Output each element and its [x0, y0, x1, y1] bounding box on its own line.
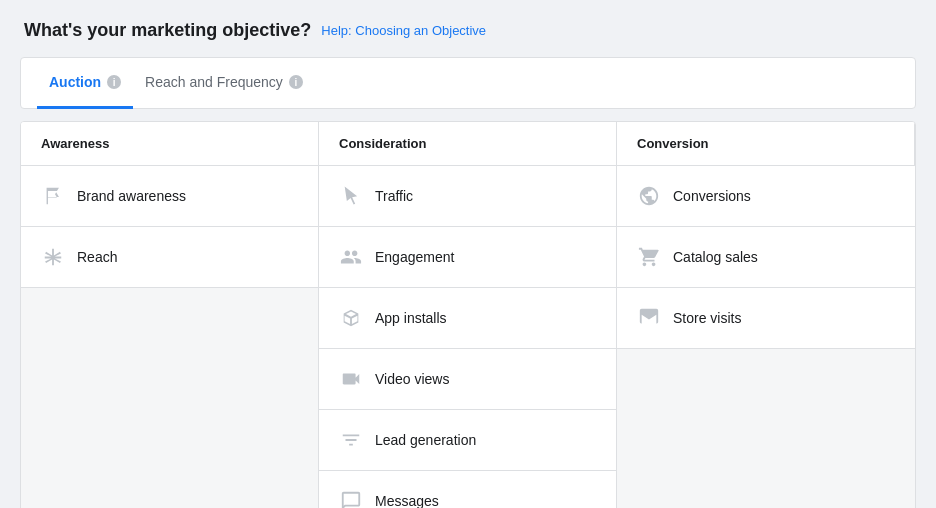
app-installs-label: App installs	[375, 310, 447, 326]
conversions-label: Conversions	[673, 188, 751, 204]
chat-icon	[339, 489, 363, 508]
reach-item[interactable]: Reach	[21, 227, 318, 288]
objectives-grid: Awareness Consideration Conversion Brand…	[21, 122, 915, 508]
store-icon	[637, 306, 661, 330]
tab-reach-frequency-info: i	[289, 75, 303, 89]
video-views-label: Video views	[375, 371, 449, 387]
awareness-header: Awareness	[21, 122, 319, 166]
engagement-item[interactable]: Engagement	[319, 227, 616, 288]
brand-awareness-item[interactable]: Brand awareness	[21, 166, 318, 227]
box-icon	[339, 306, 363, 330]
video-views-item[interactable]: Video views	[319, 349, 616, 410]
cursor-icon	[339, 184, 363, 208]
flag-icon	[41, 184, 65, 208]
main-container: What's your marketing objective? Help: C…	[20, 20, 916, 508]
app-installs-item[interactable]: App installs	[319, 288, 616, 349]
conversion-empty	[617, 349, 915, 508]
page-title: What's your marketing objective?	[24, 20, 311, 41]
brand-awareness-label: Brand awareness	[77, 188, 186, 204]
awareness-empty	[21, 288, 318, 508]
engagement-label: Engagement	[375, 249, 454, 265]
page-title-row: What's your marketing objective? Help: C…	[20, 20, 916, 41]
tab-auction-label: Auction	[49, 74, 101, 90]
asterisk-icon	[41, 245, 65, 269]
objectives-card: Awareness Consideration Conversion Brand…	[20, 121, 916, 508]
catalog-sales-item[interactable]: Catalog sales	[617, 227, 915, 288]
tab-auction[interactable]: Auction i	[37, 58, 133, 109]
store-visits-item[interactable]: Store visits	[617, 288, 915, 349]
filter-icon	[339, 428, 363, 452]
help-link[interactable]: Help: Choosing an Objective	[321, 23, 486, 38]
traffic-label: Traffic	[375, 188, 413, 204]
consideration-header: Consideration	[319, 122, 617, 166]
messages-label: Messages	[375, 493, 439, 508]
lead-generation-label: Lead generation	[375, 432, 476, 448]
awareness-col: Brand awareness Reach	[21, 166, 319, 508]
conversion-header: Conversion	[617, 122, 915, 166]
tab-reach-frequency-label: Reach and Frequency	[145, 74, 283, 90]
cart-icon	[637, 245, 661, 269]
lead-generation-item[interactable]: Lead generation	[319, 410, 616, 471]
people-icon	[339, 245, 363, 269]
reach-label: Reach	[77, 249, 117, 265]
tab-auction-info: i	[107, 75, 121, 89]
video-icon	[339, 367, 363, 391]
consideration-col: Traffic Engagement	[319, 166, 617, 508]
conversions-item[interactable]: Conversions	[617, 166, 915, 227]
conversion-col: Conversions Catalog sales	[617, 166, 915, 508]
traffic-item[interactable]: Traffic	[319, 166, 616, 227]
store-visits-label: Store visits	[673, 310, 741, 326]
globe-icon	[637, 184, 661, 208]
tab-reach-frequency[interactable]: Reach and Frequency i	[133, 58, 315, 109]
tabs-card: Auction i Reach and Frequency i	[20, 57, 916, 109]
messages-item[interactable]: Messages	[319, 471, 616, 508]
catalog-sales-label: Catalog sales	[673, 249, 758, 265]
